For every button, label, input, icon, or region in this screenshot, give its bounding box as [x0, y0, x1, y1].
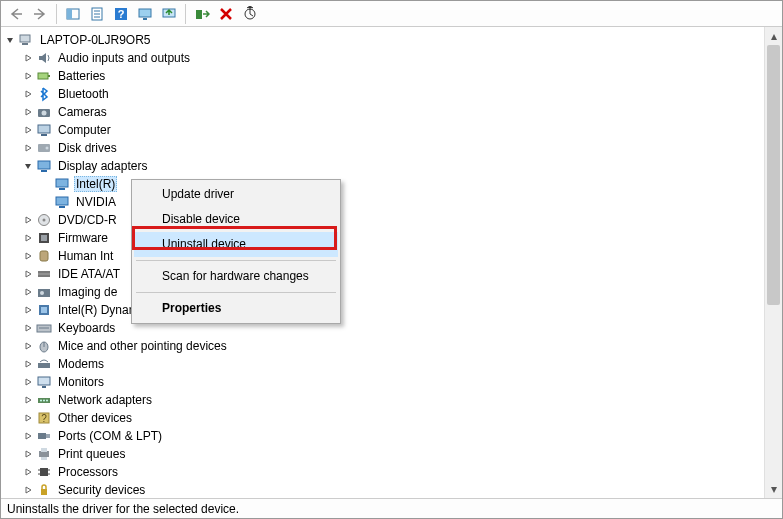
scan-hardware-button[interactable] [239, 3, 261, 25]
update-driver-button[interactable] [158, 3, 180, 25]
ctx-properties[interactable]: Properties [134, 296, 338, 321]
monitor-icon [36, 374, 52, 390]
tree-device[interactable]: Intel(R) [3, 175, 764, 193]
ctx-disable-device[interactable]: Disable device [134, 207, 338, 232]
vertical-scrollbar[interactable]: ▴ ▾ [764, 27, 782, 498]
audio-icon [36, 50, 52, 66]
svg-rect-39 [41, 307, 47, 313]
svg-rect-54 [46, 434, 50, 438]
expand-icon[interactable] [21, 141, 35, 155]
tree-category[interactable]: Bluetooth [3, 85, 764, 103]
tree-category[interactable]: Ports (COM & LPT) [3, 427, 764, 445]
uninstall-x-icon [218, 6, 234, 22]
tree-category[interactable]: Processors [3, 463, 764, 481]
expand-icon[interactable] [21, 483, 35, 497]
tree-category[interactable]: Keyboards [3, 319, 764, 337]
tree-category[interactable]: IDE ATA/AT [3, 265, 764, 283]
display-icon [36, 158, 52, 174]
svg-point-22 [46, 147, 49, 150]
tree-item-label: Audio inputs and outputs [56, 51, 192, 65]
device-tree[interactable]: LAPTOP-0LJR9OR5Audio inputs and outputsB… [1, 27, 764, 498]
help-icon: ? [113, 6, 129, 22]
status-text: Uninstalls the driver for the selected d… [7, 502, 239, 516]
expand-icon[interactable] [21, 267, 35, 281]
tree-category[interactable]: ?Other devices [3, 409, 764, 427]
ctx-uninstall-device[interactable]: Uninstall device [134, 232, 338, 257]
tree-category[interactable]: Firmware [3, 229, 764, 247]
expand-icon[interactable] [21, 213, 35, 227]
disk-icon [36, 140, 52, 156]
enable-device-button[interactable] [191, 3, 213, 25]
tree-category[interactable]: Audio inputs and outputs [3, 49, 764, 67]
tree-category[interactable]: DVD/CD-R [3, 211, 764, 229]
expand-icon[interactable] [21, 447, 35, 461]
tree-category[interactable]: Monitors [3, 373, 764, 391]
scroll-track[interactable] [765, 45, 782, 480]
ctx-separator [136, 292, 336, 293]
tree-category[interactable]: Cameras [3, 103, 764, 121]
svg-point-30 [43, 219, 46, 222]
expand-icon[interactable] [21, 231, 35, 245]
svg-rect-58 [40, 468, 48, 476]
expand-icon[interactable] [21, 87, 35, 101]
ctx-update-driver[interactable]: Update driver [134, 182, 338, 207]
back-button[interactable] [5, 3, 27, 25]
expand-icon[interactable] [21, 357, 35, 371]
uninstall-device-button[interactable] [215, 3, 237, 25]
monitor-update-icon [161, 6, 177, 22]
expand-icon[interactable] [21, 285, 35, 299]
intel-icon [36, 302, 52, 318]
expand-icon[interactable] [21, 429, 35, 443]
expand-icon[interactable] [21, 321, 35, 335]
svg-rect-45 [38, 377, 50, 385]
tree-category[interactable]: Print queues [3, 445, 764, 463]
tree-category[interactable]: Modems [3, 355, 764, 373]
scroll-down-button[interactable]: ▾ [765, 480, 782, 498]
tree-root[interactable]: LAPTOP-0LJR9OR5 [3, 31, 764, 49]
svg-rect-25 [56, 179, 68, 187]
properties-button[interactable] [86, 3, 108, 25]
expand-icon[interactable] [21, 69, 35, 83]
expand-icon[interactable] [21, 339, 35, 353]
tree-category[interactable]: Human Int [3, 247, 764, 265]
tree-item-label: Display adapters [56, 159, 149, 173]
svg-point-18 [42, 111, 47, 116]
tree-device[interactable]: NVIDIA [3, 193, 764, 211]
help-button[interactable]: ? [110, 3, 132, 25]
tree-category[interactable]: Mice and other pointing devices [3, 337, 764, 355]
svg-rect-57 [41, 457, 47, 460]
svg-point-50 [46, 400, 48, 402]
expand-icon[interactable] [21, 123, 35, 137]
svg-rect-53 [38, 433, 46, 439]
tree-category[interactable]: Security devices [3, 481, 764, 498]
tree-category[interactable]: Network adapters [3, 391, 764, 409]
expand-icon[interactable] [21, 411, 35, 425]
tree-category[interactable]: Disk drives [3, 139, 764, 157]
monitor-action-icon [137, 6, 153, 22]
display-icon [54, 194, 70, 210]
tree-category[interactable]: Computer [3, 121, 764, 139]
expand-icon[interactable] [21, 105, 35, 119]
tree-category[interactable]: Batteries [3, 67, 764, 85]
imaging-icon [36, 284, 52, 300]
tree-item-label: NVIDIA [74, 195, 118, 209]
tree-item-label: Security devices [56, 483, 147, 497]
expand-icon[interactable] [21, 51, 35, 65]
expand-icon[interactable] [21, 465, 35, 479]
svg-rect-19 [38, 125, 50, 133]
ctx-scan-hardware[interactable]: Scan for hardware changes [134, 264, 338, 289]
collapse-icon[interactable] [21, 159, 35, 173]
expand-icon[interactable] [21, 393, 35, 407]
scroll-thumb[interactable] [767, 45, 780, 305]
tree-category[interactable]: Display adapters [3, 157, 764, 175]
expand-icon[interactable] [21, 375, 35, 389]
tree-category[interactable]: Intel(R) Dynamic Platform and Thermal Fr… [3, 301, 764, 319]
collapse-icon[interactable] [3, 33, 17, 47]
forward-button[interactable] [29, 3, 51, 25]
expand-icon[interactable] [21, 303, 35, 317]
scroll-up-button[interactable]: ▴ [765, 27, 782, 45]
tree-category[interactable]: Imaging de [3, 283, 764, 301]
expand-icon[interactable] [21, 249, 35, 263]
show-hide-tree-button[interactable] [62, 3, 84, 25]
action-button[interactable] [134, 3, 156, 25]
